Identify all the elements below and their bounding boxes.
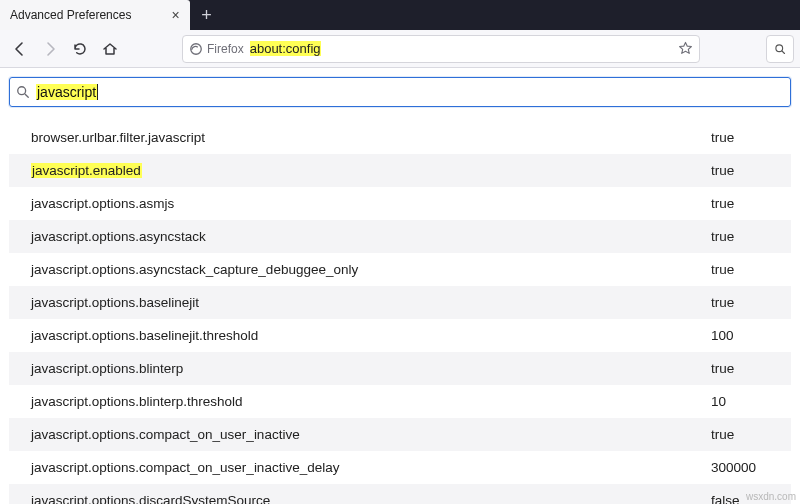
bookmark-star-icon[interactable] [678,41,693,56]
firefox-icon [189,42,203,56]
pref-value: true [711,427,791,442]
pref-value: true [711,361,791,376]
pref-row[interactable]: javascript.options.baselinejit.threshold… [9,319,791,352]
pref-row[interactable]: javascript.options.blinterptrue [9,352,791,385]
pref-value: 100 [711,328,791,343]
watermark: wsxdn.com [746,491,796,502]
svg-point-2 [18,87,26,95]
pref-value: true [711,196,791,211]
pref-name: javascript.options.asyncstack_capture_de… [31,262,711,277]
pref-row[interactable]: javascript.options.discardSystemSourcefa… [9,484,791,504]
identity-box[interactable]: Firefox [189,42,244,56]
pref-list: browser.urlbar.filter.javascripttruejava… [9,121,791,504]
home-button[interactable] [96,35,124,63]
pref-row[interactable]: browser.urlbar.filter.javascripttrue [9,121,791,154]
pref-value: true [711,229,791,244]
pref-value: 10 [711,394,791,409]
new-tab-button[interactable]: + [190,0,224,30]
pref-row[interactable]: javascript.enabledtrue [9,154,791,187]
pref-name: javascript.options.blinterp.threshold [31,394,711,409]
pref-name: javascript.options.blinterp [31,361,711,376]
search-icon [774,43,786,55]
pref-name: javascript.options.asmjs [31,196,711,211]
pref-row[interactable]: javascript.options.compact_on_user_inact… [9,451,791,484]
content-area: javascript browser.urlbar.filter.javascr… [0,68,800,504]
reload-icon [72,41,88,57]
pref-row[interactable]: javascript.options.asmjstrue [9,187,791,220]
pref-value: true [711,163,791,178]
pref-row[interactable]: javascript.options.compact_on_user_inact… [9,418,791,451]
browser-tab[interactable]: Advanced Preferences × [0,0,190,30]
nav-toolbar: Firefox about:config [0,30,800,68]
pref-value: 300000 [711,460,791,475]
toolbar-right-button[interactable] [766,35,794,63]
pref-value: true [711,295,791,310]
home-icon [102,41,118,57]
pref-name: javascript.options.baselinejit [31,295,711,310]
url-text: about:config [250,41,321,56]
pref-name: javascript.options.asyncstack [31,229,711,244]
tab-title: Advanced Preferences [10,8,131,22]
url-bar[interactable]: Firefox about:config [182,35,700,63]
identity-label: Firefox [207,42,244,56]
pref-row[interactable]: javascript.options.asyncstack_capture_de… [9,253,791,286]
pref-search-input[interactable]: javascript [9,77,791,107]
pref-name: javascript.options.discardSystemSource [31,493,711,504]
search-query-text: javascript [36,84,98,100]
tab-strip: Advanced Preferences × + [0,0,800,30]
arrow-left-icon [12,41,28,57]
pref-name: javascript.options.compact_on_user_inact… [31,427,711,442]
pref-row[interactable]: javascript.options.asyncstacktrue [9,220,791,253]
pref-value: true [711,262,791,277]
pref-value: true [711,130,791,145]
pref-name: javascript.options.compact_on_user_inact… [31,460,711,475]
pref-row[interactable]: javascript.options.baselinejittrue [9,286,791,319]
svg-point-1 [776,44,783,51]
pref-name: browser.urlbar.filter.javascript [31,130,711,145]
close-icon[interactable]: × [171,7,179,23]
pref-row[interactable]: javascript.options.blinterp.threshold10 [9,385,791,418]
reload-button[interactable] [66,35,94,63]
arrow-right-icon [42,41,58,57]
pref-name: javascript.enabled [31,163,711,178]
back-button[interactable] [6,35,34,63]
forward-button [36,35,64,63]
pref-name: javascript.options.baselinejit.threshold [31,328,711,343]
search-icon [16,85,30,99]
